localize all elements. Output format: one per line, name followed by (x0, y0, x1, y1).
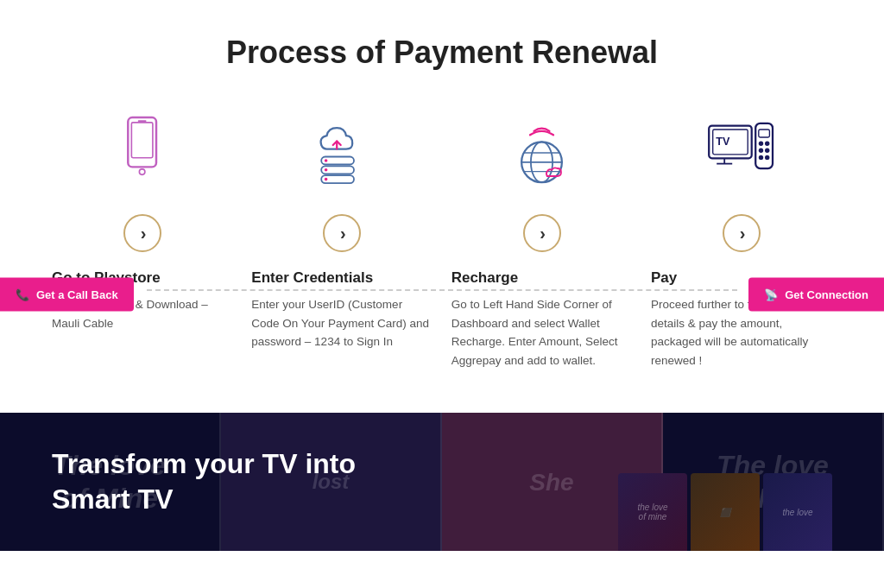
credentials-icon-wrap (251, 114, 433, 200)
svg-point-9 (325, 168, 328, 172)
bottom-section: The loveof Mine lost She The loveof Mine… (0, 413, 884, 551)
steps-container: › Go to Playstore Go to Playstore & Down… (52, 114, 832, 370)
svg-point-8 (325, 159, 328, 162)
bottom-heading-line2: Smart TV (52, 484, 173, 515)
arrow-chevron: › (141, 224, 147, 243)
step3-title: Recharge (451, 269, 518, 287)
svg-point-26 (765, 149, 769, 153)
tv-remote-icon-svg: TV (703, 114, 780, 192)
step3-arrow[interactable]: › (523, 214, 561, 252)
svg-point-25 (759, 149, 763, 153)
svg-point-10 (325, 178, 328, 181)
playstore-icon-wrap (52, 114, 233, 200)
bottom-heading-line1: Transform your TV into (52, 448, 356, 479)
arrow-chevron: › (340, 224, 346, 243)
phone-icon-svg (117, 114, 167, 192)
globe-icon-svg (507, 114, 577, 192)
bg-text-3: She (529, 468, 573, 497)
bottom-heading: Transform your TV into Smart TV (52, 446, 356, 518)
step-pay: TV › Pay Proceed further to f (651, 114, 832, 370)
svg-text:TV: TV (716, 136, 730, 148)
phone-icon: 📞 (16, 288, 29, 300)
arrow-chevron: › (540, 224, 546, 243)
step2-arrow[interactable]: › (323, 214, 361, 252)
get-connection-label: Get Connection (785, 288, 868, 300)
movie-thumb-3: the love (763, 473, 832, 551)
svg-point-28 (765, 155, 769, 160)
svg-point-27 (759, 155, 763, 160)
step2-title: Enter Credentials (251, 269, 373, 287)
call-back-label: Get a Call Back (36, 288, 118, 300)
movie-thumbnails: the loveof mine ⬛ the love (618, 473, 832, 551)
svg-point-24 (765, 142, 769, 146)
svg-rect-22 (759, 130, 770, 137)
svg-rect-1 (132, 123, 154, 158)
arrow-chevron: › (740, 224, 746, 243)
get-connection-button[interactable]: 📡 Get Connection (748, 277, 884, 311)
step2-desc: Enter your UserID (Customer Code On Your… (251, 295, 433, 351)
call-back-button[interactable]: 📞 Get a Call Back (0, 277, 134, 311)
cloud-upload-icon-svg (307, 114, 377, 192)
payment-renewal-section: Process of Payment Renewal › Go to Plays… (0, 0, 884, 413)
bottom-text-block: Transform your TV into Smart TV (52, 446, 356, 518)
step3-desc: Go to Left Hand Side Corner of Dashboard… (451, 295, 633, 370)
step4-title: Pay (651, 269, 677, 287)
wifi-icon: 📡 (764, 288, 778, 300)
movie-thumb-2: ⬛ (691, 473, 760, 551)
recharge-icon-wrap (451, 114, 633, 200)
svg-point-2 (140, 169, 146, 175)
pay-icon-wrap: TV (651, 114, 832, 200)
movie-thumb-1: the loveof mine (618, 473, 687, 551)
svg-point-23 (759, 142, 763, 146)
step4-arrow[interactable]: › (723, 214, 761, 252)
step1-arrow[interactable]: › (123, 214, 161, 252)
step-recharge: › Recharge Go to Left Hand Side Corner o… (451, 114, 633, 370)
section-title: Process of Payment Renewal (52, 35, 832, 71)
step-credentials: › Enter Credentials Enter your UserID (C… (251, 114, 433, 351)
